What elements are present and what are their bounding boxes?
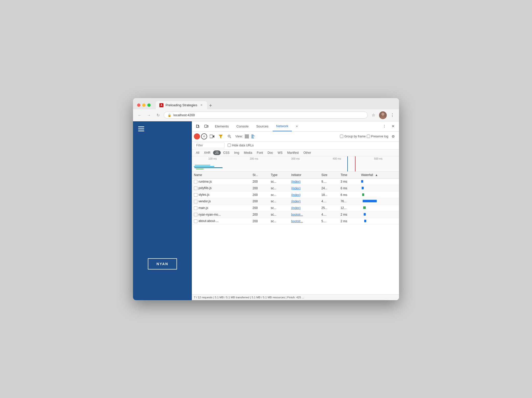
filter-all[interactable]: All [194,150,201,155]
filter-xhr[interactable]: XHR [202,150,212,155]
svg-rect-10 [245,135,249,135]
col-time[interactable]: Time [338,172,359,179]
cell-initiator: (index) [289,178,319,185]
group-by-frame-checkbox[interactable]: Group by frame [340,135,365,138]
back-button[interactable]: ← [136,112,143,119]
nav-right: ☆ ⋮ [370,111,396,119]
file-icon [194,180,197,183]
col-size[interactable]: Size [319,172,339,179]
device-toggle-button[interactable] [203,122,210,130]
table-row[interactable]: vendor.js 200 sc... (index) 4.... 76... [192,198,399,205]
nyan-button[interactable]: NYAN [148,258,177,270]
tl-bar-1 [195,165,210,166]
filter-media[interactable]: Media [242,150,254,155]
col-name[interactable]: Name [192,172,251,179]
traffic-lights [137,103,151,107]
file-icon [194,186,197,190]
table-row[interactable]: main.js 200 sc... (index) 25... 12... [192,205,399,211]
table-row[interactable]: styles.js 200 sc... (index) 18... 6 ms [192,192,399,198]
new-tab-button[interactable]: + [207,102,214,109]
filter-input[interactable] [194,143,225,148]
browser-window: A Preloading Strategies ✕ + ← → ↻ 🔒 loca… [133,98,399,300]
close-button[interactable] [137,103,140,107]
bookmark-button[interactable]: ☆ [370,112,377,119]
filter-icon[interactable] [217,133,225,140]
filter-font[interactable]: Font [255,150,265,155]
cell-initiator: bootstr... [289,218,319,225]
filter-ws[interactable]: WS [275,150,284,155]
col-initiator[interactable]: Initiator [289,172,319,179]
cell-waterfall [359,178,399,185]
maximize-button[interactable] [147,103,151,107]
cell-initiator: (index) [289,205,319,211]
active-tab[interactable]: A Preloading Strategies ✕ [156,101,207,109]
hamburger-menu[interactable] [138,126,144,131]
more-options-button[interactable]: ⋮ [389,112,396,119]
list-view-button[interactable] [244,133,250,139]
search-button[interactable] [226,133,233,140]
tab-favicon: A [159,103,163,107]
cell-type: sc... [269,185,289,192]
col-status[interactable]: St... [251,172,269,179]
screenshot-button[interactable] [208,133,216,140]
cell-type: sc... [269,218,289,225]
cell-size: 24... [319,185,339,192]
address-bar[interactable]: 🔒 localhost:4200 [164,112,368,119]
devtools-more-button[interactable]: ⋮ [381,122,388,130]
tab-elements[interactable]: Elements [211,121,232,131]
tab-sources[interactable]: Sources [253,121,272,131]
table-row[interactable]: about-about-... 200 sc... bootstr... 5..… [192,218,399,225]
reload-button[interactable]: ↻ [154,112,162,119]
devtools-close-button[interactable]: ✕ [389,122,397,130]
file-icon [194,219,197,223]
cell-name: about-about-... [192,218,251,225]
preserve-log-checkbox[interactable]: Preserve log [367,135,388,138]
group-by-frame-label: Group by frame [344,135,365,138]
cell-size: 25... [319,205,339,211]
tab-console[interactable]: Console [233,121,252,131]
svg-rect-16 [251,137,253,137]
settings-button[interactable]: ⚙ [389,133,397,140]
cell-name: nyan-nyan-mo... [192,211,251,218]
col-waterfall[interactable]: Waterfall ▲ [359,172,399,179]
devtools-panel: Elements Console Sources Network » ⋮ ✕ [192,121,399,300]
hide-data-urls-label: Hide data URLs [232,144,254,147]
waterfall-timeline: 100 ms 200 ms 300 ms 400 ms 500 ms [192,156,399,172]
table-row[interactable]: nyan-nyan-mo... 200 sc... bootstr... 4..… [192,211,399,218]
more-tabs-button[interactable]: » [292,121,301,131]
inspect-element-button[interactable] [194,122,202,130]
clear-button[interactable]: ⊘ [201,133,207,139]
filter-css[interactable]: CSS [221,150,232,155]
hide-data-urls-checkbox[interactable]: Hide data URLs [228,144,254,147]
profile-avatar[interactable] [379,111,387,119]
cell-status: 200 [251,198,269,205]
waterfall-view-button[interactable] [250,133,257,139]
minimize-button[interactable] [142,103,146,107]
requests-table: Name St... Type Initiator [192,172,399,225]
svg-rect-11 [245,136,249,136]
tab-close-button[interactable]: ✕ [199,103,203,107]
network-table: Name St... Type Initiator [192,172,399,294]
record-button[interactable] [194,133,200,139]
filter-js[interactable]: JS [213,150,221,155]
tab-network[interactable]: Network [273,121,292,131]
cell-time: 6 ms [338,192,359,198]
devtools-topbar: Elements Console Sources Network » ⋮ ✕ [192,121,399,132]
tl-bar-4 [196,169,204,169]
svg-rect-15 [251,136,254,136]
timeline-300ms: 300 ms [275,157,316,160]
filter-bar: Hide data URLs [192,142,399,149]
col-type[interactable]: Type [269,172,289,179]
table-row[interactable]: runtime.js 200 sc... (index) 9.... 3 ms [192,178,399,185]
timeline-200ms: 200 ms [233,157,275,160]
cell-status: 200 [251,178,269,185]
filter-img[interactable]: Img [232,150,241,155]
cell-waterfall [359,198,399,205]
forward-button[interactable]: → [145,112,152,119]
filter-doc[interactable]: Doc [265,150,275,155]
table-row[interactable]: polyfills.js 200 sc... (index) 24... 6 m… [192,185,399,192]
cell-waterfall [359,192,399,198]
filter-manifest[interactable]: Manifest [285,150,301,155]
filter-other[interactable]: Other [301,150,313,155]
cell-time: 2 ms [338,218,359,225]
